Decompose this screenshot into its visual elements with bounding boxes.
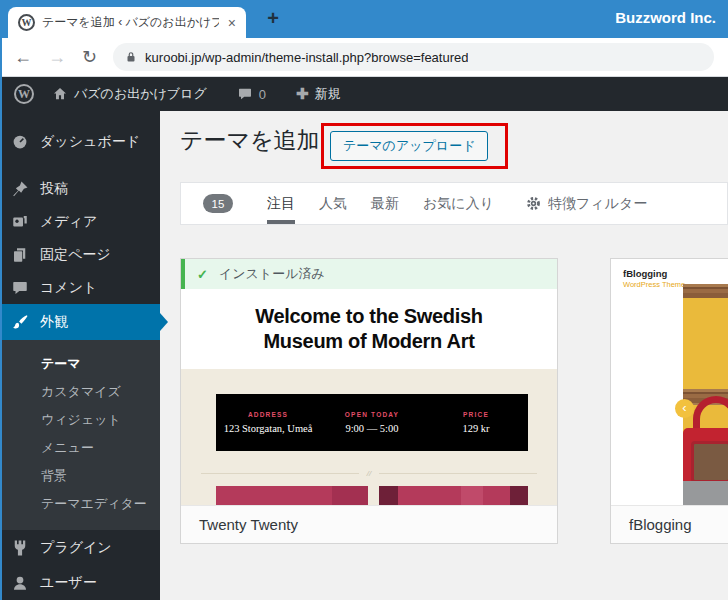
admin-sidebar: ダッシュボード 投稿 メディア 固定ページ コメント — [0, 111, 160, 600]
tab-title: テーマを追加 ‹ バズのお出かけブログ — — [42, 14, 219, 31]
browser-titlebar: W テーマを追加 ‹ バズのお出かけブログ — × + Buzzword Inc… — [0, 0, 728, 38]
url-text: kuroobi.jp/wp-admin/theme-install.php?br… — [145, 50, 468, 65]
comment-count: 0 — [259, 87, 266, 102]
browser-toolbar: ← → ↻ kuroobi.jp/wp-admin/theme-install.… — [0, 38, 728, 77]
submenu-item-customize[interactable]: カスタマイズ — [0, 378, 160, 406]
submenu-item-themes[interactable]: テーマ — [0, 350, 160, 378]
wordpress-logo-icon[interactable]: W — [14, 84, 34, 104]
gear-icon — [526, 196, 541, 211]
window-edge — [0, 38, 2, 600]
sidebar-item-appearance[interactable]: 外観 — [0, 304, 160, 340]
theme-preview-body: ADDRESS 123 Storgatan, Umeå OPEN TODAY 9… — [181, 369, 557, 506]
info-value: 129 kr — [424, 423, 528, 434]
dashboard-icon — [10, 133, 30, 151]
plus-icon: ✚ — [296, 85, 309, 103]
address-bar[interactable]: kuroobi.jp/wp-admin/theme-install.php?br… — [113, 43, 714, 71]
sidebar-label: メディア — [40, 213, 97, 231]
sidebar-label: 投稿 — [40, 180, 68, 198]
tab-latest[interactable]: 最新 — [371, 183, 399, 224]
tab-close-icon[interactable]: × — [226, 15, 238, 31]
new-tab-button[interactable]: + — [260, 5, 286, 31]
submenu-item-widgets[interactable]: ウィジェット — [0, 406, 160, 434]
sidebar-label: ダッシュボード — [40, 133, 140, 151]
info-label: ADDRESS — [216, 411, 320, 418]
menu-separator — [0, 158, 160, 172]
theme-card-fblogging[interactable]: fBlogging WordPress Theme ‹ fBlogging — [610, 258, 728, 544]
info-label: OPEN TODAY — [320, 411, 424, 418]
tab-favorites[interactable]: お気に入り — [423, 183, 494, 224]
home-icon — [52, 86, 68, 102]
sidebar-label: ユーザー — [40, 574, 97, 592]
reload-icon[interactable]: ↻ — [82, 48, 97, 66]
pages-icon — [10, 246, 30, 264]
preview-artwork-right — [379, 486, 528, 506]
info-col-price: PRICE 129 kr — [424, 411, 528, 434]
installed-label: インストール済み — [219, 265, 325, 283]
sidebar-item-dashboard[interactable]: ダッシュボード — [0, 125, 160, 158]
sidebar-label: 外観 — [40, 313, 68, 331]
submenu-item-background[interactable]: 背景 — [0, 462, 160, 490]
theme-filter-bar: 15 注目 人気 最新 お気に入り 特徴フィルター — [180, 182, 728, 225]
current-menu-arrow-icon — [160, 313, 168, 331]
sidebar-item-comments[interactable]: コメント — [0, 271, 160, 304]
adminbar-site-name: バズのお出かけブログ — [74, 85, 207, 103]
tab-featured[interactable]: 注目 — [267, 183, 295, 224]
pin-icon — [10, 180, 30, 198]
feature-filter-label: 特徴フィルター — [548, 195, 647, 213]
chevron-left-icon[interactable]: ‹ — [675, 399, 694, 418]
adminbar-comments[interactable]: 0 — [237, 86, 266, 102]
theme-count-badge: 15 — [203, 194, 233, 213]
installed-banner: ✓ インストール済み — [181, 259, 557, 289]
theme-name-bar[interactable]: Twenty Twenty — [181, 505, 557, 543]
check-icon: ✓ — [197, 267, 208, 282]
photo-bag-flap — [691, 441, 728, 483]
submenu-item-theme-editor[interactable]: テーマエディター — [0, 490, 160, 518]
fblogging-tagline: WordPress Theme — [623, 280, 685, 289]
submenu-item-menus[interactable]: メニュー — [0, 434, 160, 462]
tab-popular[interactable]: 人気 — [319, 183, 347, 224]
plug-icon — [10, 539, 30, 557]
info-value: 9:00 — 5:00 — [320, 423, 424, 434]
preview-artwork-left — [216, 486, 368, 506]
adminbar-new[interactable]: ✚ 新規 — [296, 85, 341, 103]
preview-heading: Welcome to the Swedish Museum of Modern … — [181, 304, 557, 354]
upload-theme-button[interactable]: テーマのアップロード — [330, 131, 488, 161]
wordpress-favicon-icon: W — [18, 14, 35, 31]
info-col-address: ADDRESS 123 Storgatan, Umeå — [216, 411, 320, 434]
brush-icon — [10, 313, 30, 331]
sidebar-item-posts[interactable]: 投稿 — [0, 172, 160, 205]
theme-name: Twenty Twenty — [199, 516, 298, 533]
adminbar-site-link[interactable]: バズのお出かけブログ — [52, 85, 207, 103]
page-title: テーマを追加 — [180, 125, 320, 156]
info-label: PRICE — [424, 411, 528, 418]
theme-name: fBlogging — [629, 516, 692, 533]
theme-preview-header: Welcome to the Swedish Museum of Modern … — [181, 289, 557, 369]
filter-tabs: 注目 人気 最新 お気に入り — [267, 183, 494, 224]
sidebar-item-plugins[interactable]: プラグイン — [0, 530, 160, 565]
fblogging-preview-photo — [683, 284, 728, 505]
main-content: テーマを追加 テーマのアップロード 15 注目 人気 最新 お気に入り 特徴フィ… — [160, 111, 728, 600]
sidebar-item-users[interactable]: ユーザー — [0, 565, 160, 600]
wp-admin-bar: W バズのお出かけブログ 0 ✚ 新規 — [0, 77, 728, 111]
theme-card-twenty-twenty[interactable]: ✓ インストール済み Welcome to the Swedish Museum… — [180, 258, 558, 544]
user-icon — [10, 574, 30, 592]
feature-filter-button[interactable]: 特徴フィルター — [526, 195, 647, 213]
preview-divider: // — [201, 469, 537, 478]
comment-icon — [237, 86, 253, 102]
sidebar-item-pages[interactable]: 固定ページ — [0, 238, 160, 271]
theme-name-bar[interactable]: fBlogging — [611, 505, 728, 543]
sidebar-label: コメント — [40, 279, 97, 297]
window-label: Buzzword Inc. — [615, 9, 716, 26]
forward-icon[interactable]: → — [48, 48, 66, 66]
sidebar-item-media[interactable]: メディア — [0, 205, 160, 238]
browser-tab[interactable]: W テーマを追加 ‹ バズのお出かけブログ — × — [8, 7, 246, 38]
lock-icon — [125, 50, 137, 64]
back-icon[interactable]: ← — [14, 48, 32, 66]
adminbar-new-label: 新規 — [315, 85, 341, 103]
photo-bamboo-top — [683, 284, 728, 298]
info-col-open-today: OPEN TODAY 9:00 — 5:00 — [320, 411, 424, 434]
comment-icon — [10, 279, 30, 297]
appearance-submenu: テーマ カスタマイズ ウィジェット メニュー 背景 テーマエディター — [0, 340, 160, 530]
sidebar-label: プラグイン — [40, 539, 112, 557]
fblogging-logo: fBlogging — [623, 268, 667, 279]
